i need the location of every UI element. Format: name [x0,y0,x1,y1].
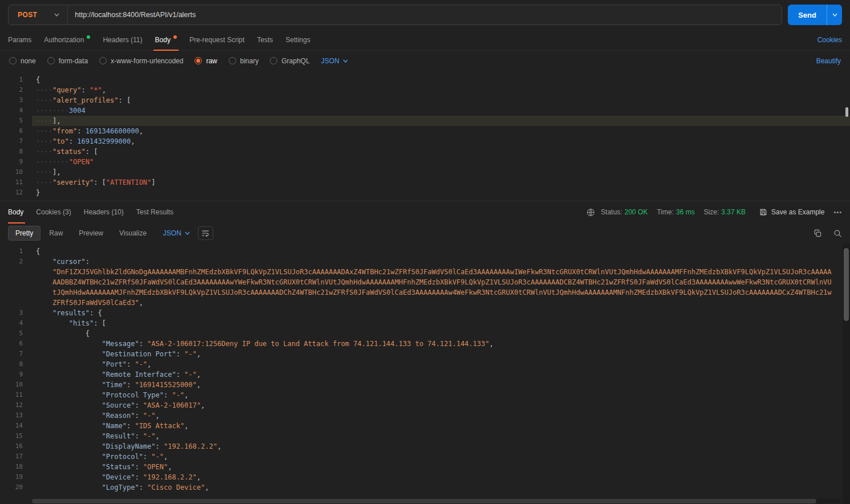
code-line: 13 "Reason": "-", [0,410,850,421]
request-body-editor[interactable]: 1{2····"query": "*",3····"alert_profiles… [0,71,850,201]
api-client-window: POST http://localhost:8400/RestAPI/v1/al… [0,0,850,504]
save-icon [759,208,767,216]
line-number: 4 [0,318,32,328]
tab-prerequest-script[interactable]: Pre-request Script [183,30,251,50]
line-number: 2 [0,257,32,267]
line-number: 10 [0,167,32,177]
line-number: 1 [0,246,32,257]
line-number: 8 [0,359,32,369]
view-visualize-button[interactable]: Visualize [112,226,154,241]
request-language-select[interactable]: JSON [321,57,348,65]
line-number: 12 [0,400,32,410]
code-line: "DnF1ZXJ5VGhlbkZldGNoDgAAAAAAAMBFnhZMEdz… [0,267,850,308]
code-line: 2····"query": "*", [0,85,850,95]
orange-dot-icon [173,35,177,39]
line-number: 16 [0,441,32,452]
code-line: 3 "results": { [0,308,850,318]
more-options-icon[interactable]: ••• [833,209,842,216]
request-editor-scrollbar[interactable] [845,107,848,117]
code-line: 14 "Name": "IDS Attack", [0,421,850,431]
code-line: 19 "Device": "192.168.2.2", [0,472,850,482]
green-dot-icon [87,35,90,39]
line-number: 11 [0,177,32,188]
horizontal-scrollbar-thumb[interactable] [32,499,816,503]
line-number: 20 [0,482,32,493]
line-number: 8 [0,147,32,157]
code-line: 3····"alert_profiles": [ [0,95,850,105]
line-number: 1 [0,75,32,85]
response-scrollbar-thumb[interactable] [844,248,849,321]
code-line: 12} [0,188,850,198]
code-line: 10····], [0,167,850,177]
tab-tests[interactable]: Tests [251,30,280,50]
line-number: 7 [0,349,32,359]
copy-icon[interactable] [813,229,822,238]
radio-graphql[interactable]: GraphQL [270,57,309,65]
send-options-button[interactable] [827,5,842,25]
chevron-down-icon [185,231,190,235]
code-line: 10 "Time": "1691415525000", [0,380,850,390]
code-line: 5 { [0,328,850,339]
response-tab-test-results[interactable]: Test Results [130,201,180,223]
code-line: 2 "cursor": [0,257,850,267]
response-tab-headers[interactable]: Headers (10) [78,201,130,223]
cookies-link[interactable]: Cookies [817,36,842,44]
request-tabs: Params Authorization Headers (11) Body P… [0,30,850,51]
radio-icon [9,57,17,64]
response-language-select[interactable]: JSON [163,229,190,237]
radio-selected-icon [195,57,202,64]
radio-icon [270,57,277,64]
radio-none[interactable]: none [9,57,36,65]
response-body-viewer[interactable]: 1{2 "cursor":"DnF1ZXJ5VGhlbkZldGNoDgAAAA… [0,243,850,504]
radio-binary[interactable]: binary [229,57,259,65]
time-value: 36 ms [676,208,695,216]
method-select[interactable]: POST [9,5,67,25]
radio-urlencoded[interactable]: x-www-form-urlencoded [99,57,183,65]
search-icon[interactable] [833,229,842,238]
code-line: 4 "hits": [ [0,318,850,328]
view-raw-button[interactable]: Raw [42,226,70,241]
url-text: http://localhost:8400/RestAPI/v1/alerts [75,11,196,19]
line-number: 14 [0,421,32,431]
save-as-example-button[interactable]: Save as Example [759,208,824,216]
code-line: 7 "Destination Port": "-", [0,349,850,359]
globe-icon[interactable] [586,208,595,217]
code-line: 11····"severity": ["ATTENTION"] [0,177,850,188]
chevron-down-icon [54,13,59,17]
wrap-text-icon[interactable] [198,226,213,240]
radio-form-data[interactable]: form-data [47,57,88,65]
tab-authorization[interactable]: Authorization [38,30,96,50]
method-label: POST [18,11,37,19]
line-number: 5 [0,328,32,339]
response-tab-cookies[interactable]: Cookies (3) [30,201,77,223]
code-line: 8····"status": [ [0,147,850,157]
line-number: 13 [0,410,32,421]
size-value: 3.37 KB [721,208,746,216]
code-line: 20 "LogType": "Cisco Device", [0,482,850,493]
code-line: 18 "Status": "OPEN", [0,462,850,472]
beautify-link[interactable]: Beautify [816,57,841,65]
code-line: 6····"from": 1691346600000, [0,126,850,136]
code-line: 1{ [0,75,850,85]
tab-params[interactable]: Params [8,30,38,50]
radio-icon [99,57,107,64]
horizontal-scrollbar[interactable] [32,499,841,503]
url-input[interactable]: http://localhost:8400/RestAPI/v1/alerts [67,5,782,25]
chevron-down-icon [343,59,348,63]
line-number: 18 [0,462,32,472]
line-number: 7 [0,136,32,147]
line-number: 10 [0,380,32,390]
code-line: 11 "Protocol Type": "-", [0,390,850,400]
tab-settings[interactable]: Settings [280,30,317,50]
response-tab-body[interactable]: Body [8,201,30,223]
radio-raw[interactable]: raw [195,57,217,65]
line-number: 5 [0,116,32,126]
tab-headers[interactable]: Headers (11) [96,30,148,50]
view-preview-button[interactable]: Preview [71,226,111,241]
tab-body[interactable]: Body [149,30,183,50]
view-pretty-button[interactable]: Pretty [8,226,41,241]
line-number: 12 [0,188,32,198]
code-line: 12 "Source": "ASA-2-106017", [0,400,850,410]
send-button[interactable]: Send [788,5,827,25]
time-metric: Time:36 ms [657,208,694,216]
